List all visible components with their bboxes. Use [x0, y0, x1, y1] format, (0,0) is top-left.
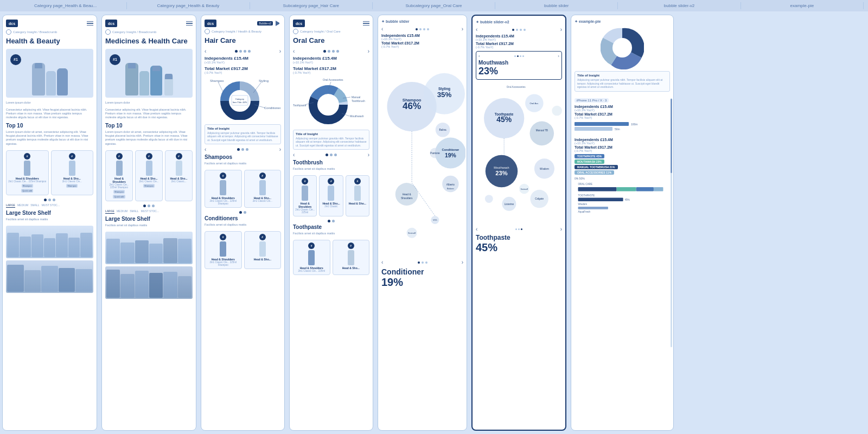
panel-example-pie: ✦ example-pie Title of Insight Adipisci: [571, 15, 674, 431]
svg-text:Pantone: Pantone: [430, 152, 440, 155]
pie-tm-change: (-0.7% YooY): [575, 116, 670, 119]
product-name-9: Head & Sho...: [254, 258, 271, 261]
svg-line-10: [218, 82, 224, 93]
product-card-4: # Head & Sho... 2in1 Classic Cle... Sham…: [135, 150, 163, 201]
chev-left-3b[interactable]: ‹: [205, 146, 206, 152]
dot-4: [143, 205, 146, 207]
bottle2-large: [125, 63, 138, 95]
size-tab-large[interactable]: LARGE: [6, 203, 15, 208]
svg-text:AquaFresh: AquaFresh: [578, 210, 591, 213]
size-tab-muststoc[interactable]: MUST STOC...: [42, 203, 60, 208]
bubble-chev-right-b[interactable]: ›: [462, 259, 463, 265]
size-tab-medium-2[interactable]: MEDIUM: [117, 209, 127, 214]
panel7-star-label: ✦ example-pie: [575, 20, 670, 24]
hero-lorem-title: Lorem ipsum dolor: [6, 101, 93, 105]
svg-rect-77: [575, 127, 612, 131]
svg-text:Oral Acc.: Oral Acc.: [529, 102, 539, 105]
product-badge-5: #: [176, 153, 182, 159]
bv2-chev-right[interactable]: ›: [560, 27, 562, 33]
svg-text:100m: 100m: [631, 123, 638, 126]
product-row-4b: # Head & Shoulders 2in1 Classic Cle... 2…: [293, 240, 369, 275]
pct-badges: TOOTHPASTE 45% MOUTHWASH 23% MANUAL TOOT…: [575, 154, 670, 175]
bar-chart-svg: ORAL CARE TOOTHPASTE 45% Wisdom AquaFres…: [575, 181, 667, 214]
bubble-chev-right[interactable]: ›: [462, 26, 463, 32]
stat-total-4: Total Market £917.2M (-0.7% YooY): [293, 66, 369, 74]
product-card-2: # Head & Sho... 2in1 Classic Cle... Sham…: [51, 150, 94, 195]
hamburger-menu-2[interactable]: [186, 21, 193, 26]
panel-hair-care: dcs Bubble-v2 Category Insight / Health …: [201, 15, 285, 431]
sub1-title-3: Shampoos: [205, 154, 281, 160]
chev-left-4[interactable]: ‹: [293, 48, 295, 54]
product-bottle-7: [259, 180, 266, 195]
bv2-chev-left[interactable]: ‹: [476, 27, 477, 33]
product-badge-1: #: [24, 153, 30, 159]
breadcrumb-icon-4: [293, 29, 298, 34]
hero-lorem-2: Lorem ipsum dolor: [105, 101, 193, 105]
bubble-chev-left[interactable]: ‹: [381, 26, 383, 32]
header-row-4: dcs: [293, 20, 369, 27]
insight-box-4: Title of Insight Adipiscing semper pulvi…: [293, 130, 369, 150]
product-tag-5: Quick add: [113, 195, 125, 199]
product-row-4: # Head & Shoulders 2in1 Classic Cle... 2…: [293, 175, 369, 216]
breadcrumb: Category Insight / Breadcrumb: [6, 29, 93, 35]
chev-right-4[interactable]: ›: [368, 48, 369, 54]
bubble-chev-left-b[interactable]: ‹: [381, 259, 383, 265]
page-title: Health & Beauty: [6, 37, 93, 46]
scrollbar[interactable]: [671, 98, 672, 347]
badge-oral-acc: ORAL ACCESSORIES 11%: [575, 170, 614, 175]
chev-right-3[interactable]: ›: [279, 48, 281, 54]
svg-rect-89: [578, 207, 608, 209]
size-tab-small[interactable]: SMALL: [30, 203, 39, 208]
product-bottle-1: [24, 161, 30, 176]
hero-lorem-body-2: Consectetur adipiscing elit. Vitae feugi…: [105, 108, 193, 119]
product-bottle-8: [220, 241, 226, 257]
product-bottle-6: [220, 180, 226, 195]
svg-text:Toothbrush: Toothbrush: [352, 99, 365, 103]
svg-text:Shampoo: Shampoo: [210, 79, 224, 82]
svg-text:Category: Category: [235, 98, 244, 100]
product-tag-3: Shampoo: [66, 184, 78, 188]
hamburger-menu-4[interactable]: [363, 21, 369, 26]
bs-tm-change: (-0.7% YooY): [381, 45, 463, 48]
sub1-body-3: Facilisis amet sit dapibus mattis: [205, 162, 281, 165]
bottle-medium: [57, 68, 68, 95]
bubble-v2-header: Bubble-v2: [257, 21, 281, 26]
dcs-logo-2: dcs: [105, 20, 117, 27]
sub2-body-4: Facilisis amet sit dapibus mattis: [293, 232, 369, 235]
size-tabs-2: LARGE MEDIUM SMALL MUST STOC...: [105, 209, 193, 214]
hero-section-2: #1: [105, 49, 193, 98]
bubble-chart-svg: Shampoo 46% Styling 35% Conditioner 19% …: [381, 50, 465, 256]
bubble-v2-badge: Bubble-v2: [257, 21, 273, 25]
stat-change-ind-3: (+10.1% YooY): [205, 61, 281, 64]
svg-text:VO5: VO5: [433, 219, 437, 221]
play-icon[interactable]: [276, 21, 281, 26]
pie-independents: Independents £15.4M: [575, 105, 670, 108]
product-sub-4: 2in1 Classic Cle...: [139, 180, 158, 183]
size-tab-medium[interactable]: MEDIUM: [17, 203, 28, 208]
shelf-body-2: Facilisis amet sit dapibus mattis: [105, 224, 193, 227]
shelf-item-6: [68, 238, 80, 257]
carousel-dots-4: [323, 50, 339, 53]
size-tab-small-2[interactable]: SMALL: [130, 209, 138, 214]
svg-point-71: [485, 195, 493, 203]
svg-text:Balina: Balina: [439, 129, 447, 131]
bs-independents: Independents £15.4M: [381, 34, 463, 37]
bottle-large: [32, 63, 45, 95]
chev-right-3b[interactable]: ›: [279, 146, 281, 152]
product-tag-1: Shampoo: [22, 184, 33, 188]
label-panel2: Category page_Health & Beauty: [127, 2, 250, 9]
label-panel5: bubble slider: [495, 2, 618, 9]
hamburger-menu[interactable]: [87, 21, 93, 26]
label-panel7: example-pie: [741, 2, 864, 9]
chev-left-3[interactable]: ‹: [205, 48, 206, 54]
bv2-independents: Independents £15.4M: [476, 34, 562, 38]
size-tab-muststoc-2[interactable]: MUST STOC...: [141, 209, 159, 214]
stat-change-ind-4: (+10.1% YooY): [293, 61, 369, 64]
bottle2-medium: [150, 66, 162, 95]
svg-text:Oral Accessories: Oral Accessories: [323, 78, 343, 81]
shelf-item-b3: [41, 266, 58, 292]
breadcrumb-text-3: Category Insight / Health & Beauty: [212, 30, 261, 33]
size-tab-large-2[interactable]: LARGE: [105, 209, 114, 214]
insight-box-3: Title of Insight Adipiscing semper pulvi…: [205, 124, 281, 145]
svg-text:Wisdom: Wisdom: [540, 168, 549, 170]
